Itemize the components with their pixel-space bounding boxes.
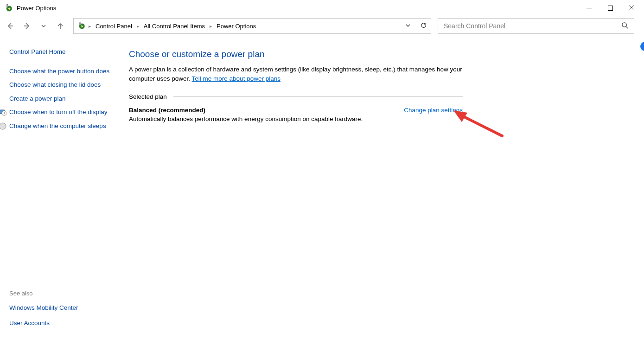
control-panel-home-link[interactable]: Control Panel Home — [9, 47, 114, 57]
recent-locations-dropdown[interactable] — [40, 22, 47, 30]
chevron-right-icon[interactable]: ▸ — [137, 24, 139, 29]
svg-line-20 — [460, 115, 502, 136]
sidebar: Control Panel Home Choose what the power… — [0, 36, 121, 339]
help-bubble-icon[interactable] — [640, 42, 644, 51]
svg-rect-2 — [7, 4, 7, 5]
page-description-text: A power plan is a collection of hardware… — [129, 66, 462, 82]
search-box[interactable] — [438, 18, 634, 34]
see-also-user-accounts[interactable]: User Accounts — [9, 319, 114, 328]
sidebar-link-create-plan[interactable]: Create a power plan — [9, 94, 66, 103]
power-options-icon — [5, 4, 13, 12]
up-button[interactable] — [57, 22, 64, 30]
minimize-button[interactable] — [578, 1, 599, 15]
svg-point-19 — [0, 123, 6, 129]
svg-rect-1 — [6, 5, 8, 7]
page-heading: Choose or customize a power plan — [129, 49, 598, 59]
maximize-button[interactable] — [599, 1, 621, 15]
breadcrumb-item[interactable]: Power Options — [215, 23, 258, 30]
plan-name: Balanced (recommended) — [129, 107, 404, 114]
svg-rect-5 — [608, 6, 612, 10]
sidebar-link-sleep[interactable]: Change when the computer sleeps — [9, 122, 106, 131]
learn-more-link[interactable]: Tell me more about power plans — [192, 75, 281, 82]
svg-line-14 — [626, 26, 628, 28]
window-title: Power Options — [17, 5, 56, 12]
refresh-button[interactable] — [420, 22, 427, 30]
see-also-label: See also — [9, 290, 114, 297]
page-description: A power plan is a collection of hardware… — [129, 65, 467, 83]
search-icon[interactable] — [621, 22, 628, 30]
divider — [173, 96, 463, 97]
sidebar-link-power-button[interactable]: Choose what the power button does — [9, 67, 109, 76]
address-bar[interactable]: ▸ Control Panel ▸ All Control Panel Item… — [73, 18, 431, 34]
svg-point-13 — [622, 23, 626, 27]
svg-rect-3 — [7, 4, 8, 5]
display-clock-icon — [0, 109, 6, 116]
chevron-right-icon[interactable]: ▸ — [89, 24, 91, 29]
moon-icon — [0, 122, 6, 130]
change-plan-settings-link[interactable]: Change plan settings — [404, 107, 463, 114]
navigation-row: ▸ Control Panel ▸ All Control Panel Item… — [0, 16, 644, 36]
breadcrumb-item[interactable]: Control Panel — [94, 23, 134, 30]
see-also-mobility-center[interactable]: Windows Mobility Center — [9, 303, 114, 313]
section-label: Selected plan — [129, 93, 167, 100]
window-controls — [578, 1, 642, 15]
search-input[interactable] — [444, 22, 621, 30]
section-header: Selected plan — [129, 93, 463, 100]
plan-description: Automatically balances performance with … — [129, 115, 404, 122]
chevron-right-icon[interactable]: ▸ — [210, 24, 212, 29]
breadcrumb-icon — [77, 21, 86, 31]
address-dropdown[interactable] — [405, 23, 411, 30]
sidebar-link-turn-off-display[interactable]: Choose when to turn off the display — [9, 108, 107, 117]
back-button[interactable] — [6, 22, 14, 30]
sidebar-link-closing-lid[interactable]: Choose what closing the lid does — [9, 80, 101, 90]
power-plan-row: Balanced (recommended) Automatically bal… — [129, 107, 463, 122]
titlebar: Power Options — [0, 0, 644, 16]
breadcrumb-item[interactable]: All Control Panel Items — [142, 23, 207, 30]
close-button[interactable] — [621, 1, 642, 15]
svg-rect-12 — [79, 22, 81, 25]
forward-button[interactable] — [23, 22, 31, 30]
main-content: Choose or customize a power plan A power… — [121, 36, 607, 339]
